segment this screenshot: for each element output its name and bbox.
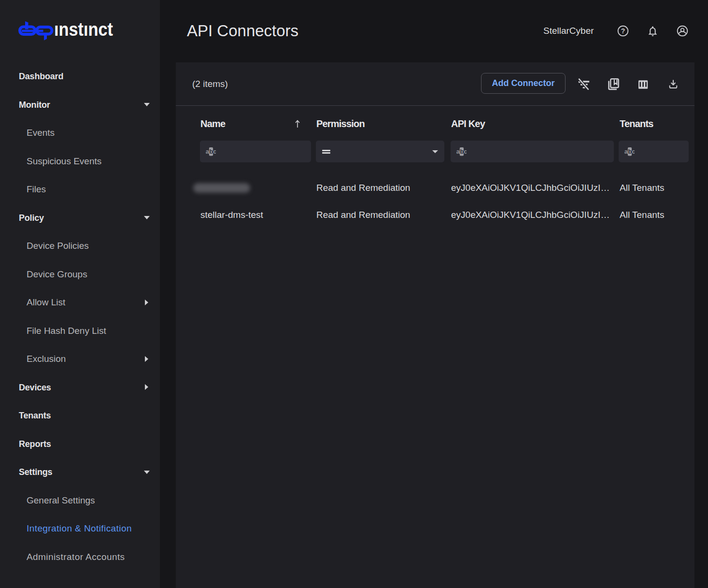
svg-text:c: c xyxy=(213,148,216,155)
svg-text:c: c xyxy=(632,148,635,155)
svg-text:c: c xyxy=(464,148,467,155)
svg-text:b: b xyxy=(209,148,213,155)
svg-text:?: ? xyxy=(621,27,625,35)
svg-text:b: b xyxy=(628,148,632,155)
svg-text:b: b xyxy=(460,148,464,155)
svg-text:ınstınct: ınstınct xyxy=(54,20,113,40)
